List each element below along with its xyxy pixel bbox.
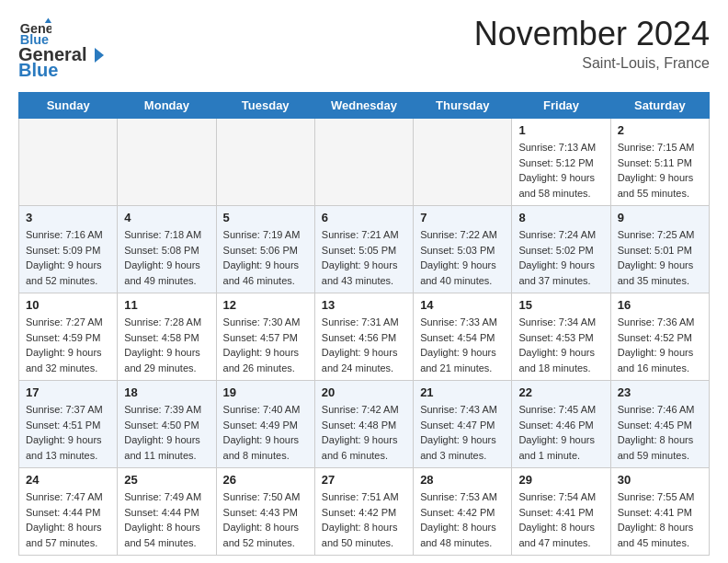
col-saturday: Saturday xyxy=(610,93,709,119)
day-number: 8 xyxy=(518,211,603,224)
day-number: 3 xyxy=(26,211,110,224)
day-number: 23 xyxy=(618,385,702,399)
day-number: 12 xyxy=(223,298,308,312)
calendar-day-cell: 13Sunrise: 7:31 AM Sunset: 4:56 PM Dayli… xyxy=(314,293,413,381)
empty-cell xyxy=(19,119,118,206)
col-tuesday: Tuesday xyxy=(216,93,314,119)
calendar-week-row: 10Sunrise: 7:27 AM Sunset: 4:59 PM Dayli… xyxy=(19,293,710,381)
day-number: 13 xyxy=(322,298,406,312)
calendar-day-cell: 12Sunrise: 7:30 AM Sunset: 4:57 PM Dayli… xyxy=(216,293,314,381)
calendar-day-cell: 16Sunrise: 7:36 AM Sunset: 4:52 PM Dayli… xyxy=(610,293,709,381)
calendar-day-cell: 25Sunrise: 7:49 AM Sunset: 4:44 PM Dayli… xyxy=(118,468,216,556)
day-info: Sunrise: 7:36 AM Sunset: 4:52 PM Dayligh… xyxy=(618,315,702,375)
day-info: Sunrise: 7:27 AM Sunset: 4:59 PM Dayligh… xyxy=(26,315,110,375)
day-number: 9 xyxy=(618,211,702,224)
day-info: Sunrise: 7:16 AM Sunset: 5:09 PM Dayligh… xyxy=(26,227,110,288)
calendar-day-cell: 28Sunrise: 7:53 AM Sunset: 4:42 PM Dayli… xyxy=(414,468,512,556)
day-number: 24 xyxy=(26,473,110,487)
calendar-day-cell: 24Sunrise: 7:47 AM Sunset: 4:44 PM Dayli… xyxy=(19,468,118,556)
title-block: November 2024 Saint-Louis, France xyxy=(474,15,710,72)
logo-arrow-icon xyxy=(87,46,106,64)
day-number: 28 xyxy=(420,473,505,487)
col-friday: Friday xyxy=(512,93,610,119)
day-number: 18 xyxy=(124,385,209,399)
calendar-day-cell: 4Sunrise: 7:18 AM Sunset: 5:08 PM Daylig… xyxy=(118,206,216,293)
day-info: Sunrise: 7:46 AM Sunset: 4:45 PM Dayligh… xyxy=(618,402,702,463)
day-info: Sunrise: 7:39 AM Sunset: 4:50 PM Dayligh… xyxy=(124,402,209,463)
calendar-day-cell: 22Sunrise: 7:45 AM Sunset: 4:46 PM Dayli… xyxy=(512,381,610,468)
day-info: Sunrise: 7:34 AM Sunset: 4:53 PM Dayligh… xyxy=(518,315,603,375)
day-info: Sunrise: 7:55 AM Sunset: 4:41 PM Dayligh… xyxy=(618,489,702,550)
calendar-day-cell: 10Sunrise: 7:27 AM Sunset: 4:59 PM Dayli… xyxy=(19,293,118,381)
day-number: 14 xyxy=(420,298,505,312)
calendar-day-cell: 19Sunrise: 7:40 AM Sunset: 4:49 PM Dayli… xyxy=(216,381,314,468)
logo-blue: Blue xyxy=(18,60,58,81)
day-info: Sunrise: 7:31 AM Sunset: 4:56 PM Dayligh… xyxy=(322,315,406,375)
calendar-day-cell: 18Sunrise: 7:39 AM Sunset: 4:50 PM Dayli… xyxy=(118,381,216,468)
calendar-day-cell: 1Sunrise: 7:13 AM Sunset: 5:12 PM Daylig… xyxy=(512,119,610,206)
day-number: 11 xyxy=(124,298,209,312)
day-number: 25 xyxy=(124,473,209,487)
calendar-day-cell: 20Sunrise: 7:42 AM Sunset: 4:48 PM Dayli… xyxy=(314,381,413,468)
day-number: 6 xyxy=(322,211,406,224)
day-info: Sunrise: 7:42 AM Sunset: 4:48 PM Dayligh… xyxy=(322,402,406,463)
calendar-day-cell: 17Sunrise: 7:37 AM Sunset: 4:51 PM Dayli… xyxy=(19,381,118,468)
day-info: Sunrise: 7:30 AM Sunset: 4:57 PM Dayligh… xyxy=(223,315,308,375)
calendar-day-cell: 23Sunrise: 7:46 AM Sunset: 4:45 PM Dayli… xyxy=(610,381,709,468)
day-number: 5 xyxy=(223,211,308,224)
day-number: 4 xyxy=(124,211,209,224)
calendar-week-row: 17Sunrise: 7:37 AM Sunset: 4:51 PM Dayli… xyxy=(19,381,710,468)
day-number: 20 xyxy=(322,385,406,399)
day-number: 7 xyxy=(420,211,505,224)
month-title: November 2024 xyxy=(474,15,710,53)
calendar-day-cell: 14Sunrise: 7:33 AM Sunset: 4:54 PM Dayli… xyxy=(414,293,512,381)
svg-marker-3 xyxy=(95,48,104,63)
calendar-day-cell: 26Sunrise: 7:50 AM Sunset: 4:43 PM Dayli… xyxy=(216,468,314,556)
empty-cell xyxy=(216,119,314,206)
day-number: 22 xyxy=(518,385,603,399)
day-info: Sunrise: 7:50 AM Sunset: 4:43 PM Dayligh… xyxy=(223,489,308,550)
col-monday: Monday xyxy=(118,93,216,119)
day-info: Sunrise: 7:18 AM Sunset: 5:08 PM Dayligh… xyxy=(124,227,209,288)
col-thursday: Thursday xyxy=(414,93,512,119)
day-info: Sunrise: 7:22 AM Sunset: 5:03 PM Dayligh… xyxy=(420,227,505,288)
day-number: 27 xyxy=(322,473,406,487)
logo: General Blue General Blue xyxy=(18,15,107,81)
day-info: Sunrise: 7:54 AM Sunset: 4:41 PM Dayligh… xyxy=(518,489,603,550)
day-info: Sunrise: 7:43 AM Sunset: 4:47 PM Dayligh… xyxy=(420,402,505,463)
day-info: Sunrise: 7:19 AM Sunset: 5:06 PM Dayligh… xyxy=(223,227,308,288)
location: Saint-Louis, France xyxy=(474,55,710,72)
calendar-week-row: 24Sunrise: 7:47 AM Sunset: 4:44 PM Dayli… xyxy=(19,468,710,556)
calendar-day-cell: 21Sunrise: 7:43 AM Sunset: 4:47 PM Dayli… xyxy=(414,381,512,468)
day-number: 15 xyxy=(518,298,603,312)
day-info: Sunrise: 7:15 AM Sunset: 5:11 PM Dayligh… xyxy=(618,140,702,201)
day-number: 19 xyxy=(223,385,308,399)
calendar-day-cell: 7Sunrise: 7:22 AM Sunset: 5:03 PM Daylig… xyxy=(414,206,512,293)
calendar-day-cell: 6Sunrise: 7:21 AM Sunset: 5:05 PM Daylig… xyxy=(314,206,413,293)
calendar-day-cell: 3Sunrise: 7:16 AM Sunset: 5:09 PM Daylig… xyxy=(19,206,118,293)
day-number: 26 xyxy=(223,473,308,487)
calendar-day-cell: 29Sunrise: 7:54 AM Sunset: 4:41 PM Dayli… xyxy=(512,468,610,556)
day-info: Sunrise: 7:51 AM Sunset: 4:42 PM Dayligh… xyxy=(322,489,406,550)
day-info: Sunrise: 7:25 AM Sunset: 5:01 PM Dayligh… xyxy=(618,227,702,288)
calendar-day-cell: 9Sunrise: 7:25 AM Sunset: 5:01 PM Daylig… xyxy=(610,206,709,293)
calendar-day-cell: 30Sunrise: 7:55 AM Sunset: 4:41 PM Dayli… xyxy=(610,468,709,556)
logo-icon: General Blue xyxy=(18,15,51,48)
day-info: Sunrise: 7:47 AM Sunset: 4:44 PM Dayligh… xyxy=(26,489,110,550)
calendar-week-row: 1Sunrise: 7:13 AM Sunset: 5:12 PM Daylig… xyxy=(19,119,710,206)
day-info: Sunrise: 7:28 AM Sunset: 4:58 PM Dayligh… xyxy=(124,315,209,375)
col-wednesday: Wednesday xyxy=(314,93,413,119)
col-sunday: Sunday xyxy=(19,93,118,119)
page-container: General Blue General Blue November 2024 … xyxy=(0,0,728,563)
calendar-week-row: 3Sunrise: 7:16 AM Sunset: 5:09 PM Daylig… xyxy=(19,206,710,293)
calendar-header-row: Sunday Monday Tuesday Wednesday Thursday… xyxy=(19,93,710,119)
calendar-day-cell: 15Sunrise: 7:34 AM Sunset: 4:53 PM Dayli… xyxy=(512,293,610,381)
calendar-day-cell: 27Sunrise: 7:51 AM Sunset: 4:42 PM Dayli… xyxy=(314,468,413,556)
calendar-day-cell: 2Sunrise: 7:15 AM Sunset: 5:11 PM Daylig… xyxy=(610,119,709,206)
day-number: 16 xyxy=(618,298,702,312)
day-number: 1 xyxy=(518,123,603,137)
day-info: Sunrise: 7:37 AM Sunset: 4:51 PM Dayligh… xyxy=(26,402,110,463)
day-info: Sunrise: 7:33 AM Sunset: 4:54 PM Dayligh… xyxy=(420,315,505,375)
day-info: Sunrise: 7:49 AM Sunset: 4:44 PM Dayligh… xyxy=(124,489,209,550)
calendar-day-cell: 5Sunrise: 7:19 AM Sunset: 5:06 PM Daylig… xyxy=(216,206,314,293)
